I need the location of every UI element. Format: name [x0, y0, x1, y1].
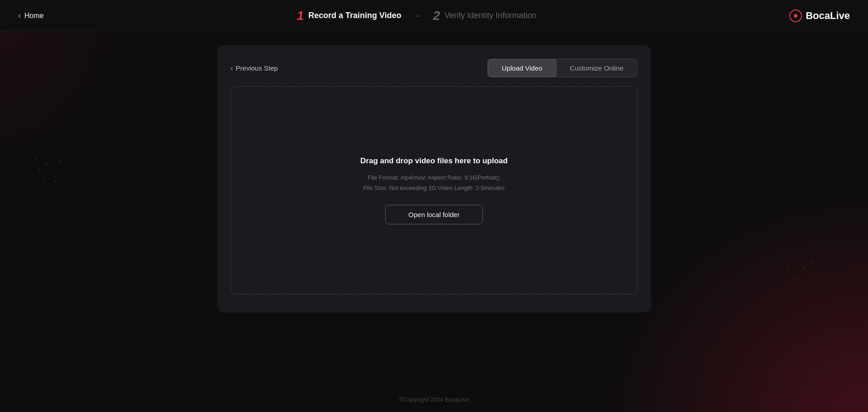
step1-number: 1: [297, 9, 304, 23]
step-2: 2 Verify Identity Information: [433, 9, 537, 23]
copyright-text: ©Copyright 2024 BocaLive: [399, 396, 469, 403]
step-arrow-icon: →: [413, 10, 422, 21]
prev-step-label: Previous Step: [236, 64, 278, 72]
footer: ©Copyright 2024 BocaLive: [399, 396, 469, 403]
logo-icon: [789, 9, 802, 22]
step2-number: 2: [433, 9, 440, 23]
upload-info-line1: File Format: mp4/mov; Aspect Ratio: 9:16…: [363, 173, 505, 183]
step-1: 1 Record a Training Video: [297, 9, 401, 23]
topbar: ‹ Home 1 Record a Training Video → 2 Ver…: [0, 0, 868, 32]
home-label: Home: [24, 12, 44, 20]
main-content: ‹ Previous Step Upload Video Customize O…: [0, 32, 868, 412]
home-link[interactable]: ‹ Home: [18, 11, 44, 20]
chevron-left-icon: ‹: [18, 11, 21, 20]
steps-container: 1 Record a Training Video → 2 Verify Ide…: [297, 9, 536, 23]
drag-drop-text: Drag and drop video files here to upload: [360, 156, 508, 166]
step1-label: Record a Training Video: [308, 11, 401, 20]
prev-step-button[interactable]: ‹ Previous Step: [231, 64, 278, 72]
tab-customize-label: Customize Online: [570, 64, 623, 72]
tab-customize-online[interactable]: Customize Online: [557, 59, 637, 77]
prev-chevron-icon: ‹: [231, 64, 233, 72]
tab-upload-label: Upload Video: [502, 64, 542, 72]
card-header: ‹ Previous Step Upload Video Customize O…: [231, 59, 637, 77]
upload-zone[interactable]: Drag and drop video files here to upload…: [231, 86, 637, 294]
tab-group: Upload Video Customize Online: [487, 59, 637, 77]
tab-upload-video[interactable]: Upload Video: [488, 59, 557, 77]
step2-label: Verify Identity Information: [444, 11, 536, 20]
upload-info-line2: File Size: Not exceeding 2G;Video Length…: [363, 183, 505, 193]
open-local-folder-button[interactable]: Open local folder: [385, 205, 482, 224]
upload-info: File Format: mp4/mov; Aspect Ratio: 9:16…: [363, 173, 505, 193]
open-folder-label: Open local folder: [408, 211, 459, 218]
logo: BocaLive: [789, 9, 850, 22]
logo-text: BocaLive: [806, 10, 850, 22]
upload-card: ‹ Previous Step Upload Video Customize O…: [217, 45, 651, 313]
